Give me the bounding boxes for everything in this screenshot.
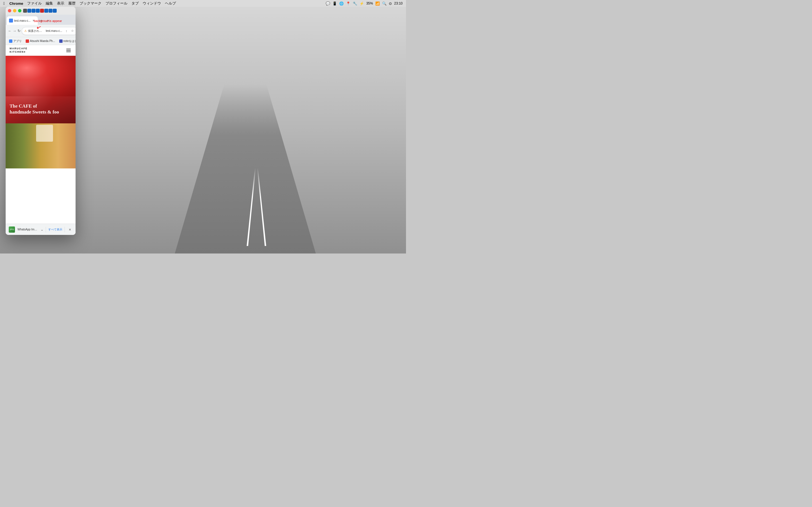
title-bar [6,7,75,15]
tab-dropdown-button[interactable]: ▾ [45,17,51,24]
note-favicon [59,40,63,43]
download-file-icon: JPG [8,226,15,233]
menubar-app-name: Chrome [9,1,23,6]
site-header: MARUCAFE KITCHEN● [6,45,75,56]
share-button[interactable]: ↑ [63,28,69,34]
menubar-right: 💬 📱 🌐 📍 🔧 ⚡ 35% 📶 🔍 ⊙ 23:10 [326,1,403,6]
address-input-wrap[interactable]: ⚠ 保護されてい test.maru-c... ↑ ☆ [22,27,75,35]
tab-favicon-7[interactable] [49,9,52,13]
maeda-label: Atsushi Maeda Ph... [30,40,55,43]
line-icon[interactable]: 💬 [326,1,330,6]
battery-level: 35% [366,1,373,5]
bookmark-button[interactable]: ☆ [70,28,75,34]
active-tab-favicon [9,18,13,22]
logo-line2: KITCHEN● [10,50,28,54]
menubar:  Chrome ファイル 編集 表示 履歴 ブックマーク プロフィール タブ … [0,0,406,7]
bookmark-apps[interactable]: アプリ [8,39,23,44]
site-logo: MARUCAFE KITCHEN● [10,47,28,54]
minimize-button[interactable] [13,9,16,12]
tab-favicon-4[interactable] [36,9,40,13]
weibo-icon[interactable]: 📱 [333,1,337,6]
menubar-left:  Chrome ファイル 編集 表示 履歴 ブックマーク プロフィール タブ … [3,1,176,6]
download-thumbnail: JPG [9,226,15,233]
reload-button[interactable]: ↻ [17,27,20,34]
menubar-file[interactable]: ファイル [27,1,42,6]
tab-favicon-3[interactable] [32,9,36,13]
tab-bar: test.maru-c... ✕ + ▾ [6,15,75,25]
tab-close-button[interactable]: ✕ [32,18,36,22]
hamburger-line-3 [66,52,71,52]
tab-favicon-8[interactable] [53,9,57,13]
website-content: MARUCAFE KITCHEN● The CAFE of handmade S… [6,45,75,235]
tab-favicon-2[interactable] [28,9,31,13]
bluetooth-icon[interactable]: ⚡ [359,1,364,6]
address-url: test.maru-c... [46,29,62,33]
menubar-history[interactable]: 履歴 [68,1,75,6]
apps-label: アプリ [13,39,22,43]
search-icon[interactable]: 🔍 [382,1,387,6]
bookmarks-bar: アプリ Atsushi Maeda Ph... noteをはじめまし... » [6,37,75,45]
menubar-window[interactable]: ウィンドウ [143,1,161,6]
hero-image: The CAFE of handmade Sweets & foo [6,56,75,123]
hero-title-line2: handmade Sweets & foo [10,109,71,115]
active-tab[interactable]: test.maru-c... ✕ [7,16,38,25]
address-bar: ← → ↻ ⚠ 保護されてい test.maru-c... ↑ ☆ ⊞ 🌐 ⋮ [6,25,75,37]
apps-favicon [9,40,12,43]
tab-favicon-6[interactable] [44,9,48,13]
address-actions: ↑ ☆ [63,28,75,34]
logo-line1: MARUCAFE [10,47,28,50]
wifi-icon[interactable]: 📶 [375,1,380,6]
menubar-edit[interactable]: 編集 [46,1,53,6]
note-label: noteをはじめまし... [63,39,76,43]
address-security-label: 保護されてい [28,29,45,33]
forward-button[interactable]: → [13,27,16,34]
menubar-profiles[interactable]: プロフィール [105,1,128,6]
hamburger-line-2 [66,50,71,51]
hero-text: The CAFE of handmade Sweets & foo [10,103,71,115]
menubar-tabs[interactable]: タブ [132,1,139,6]
download-filename: WhatsApp Imag....jpeg [17,228,38,231]
active-tab-label: test.maru-c... [14,19,31,22]
download-divider-2 [64,227,65,232]
apple-logo-icon[interactable]:  [3,1,5,6]
back-button[interactable]: ← [8,27,11,34]
download-bar-close-button[interactable]: × [67,227,73,232]
hero-title-line1: The CAFE of [10,103,71,109]
download-bar: JPG WhatsApp Imag....jpeg ⌄ すべて表示 × [6,224,75,235]
download-expand-icon[interactable]: ⌄ [41,228,43,231]
menubar-view[interactable]: 表示 [57,1,64,6]
download-divider [46,227,46,232]
findmy-icon[interactable]: 📍 [346,1,350,6]
addon-icon[interactable]: 🔧 [353,1,357,6]
secondary-images [6,123,75,168]
menubar-bookmarks[interactable]: ブックマーク [80,1,101,6]
hamburger-line-1 [66,49,71,49]
bookmark-maeda[interactable]: Atsushi Maeda Ph... [24,39,56,43]
new-tab-button[interactable]: + [38,17,45,24]
safari-icon[interactable]: 🌐 [339,1,344,6]
hamburger-menu-button[interactable] [65,47,71,54]
show-all-downloads-button[interactable]: すべて表示 [48,228,62,231]
security-warning-icon: ⚠ [24,29,27,33]
clock: 23:10 [394,1,403,5]
tab-favicon-5[interactable] [40,9,44,13]
maximize-button[interactable] [18,9,21,12]
browser-window: test.maru-c... ✕ + ▾ ← → ↻ ⚠ 保護されてい test… [6,7,75,235]
maeda-favicon [26,40,29,43]
tab-overflow-area [23,9,73,13]
bookmark-note[interactable]: noteをはじめまし... [58,39,76,44]
controlcenter-icon[interactable]: ⊙ [389,1,392,6]
close-button[interactable] [8,9,11,12]
tab-favicon-1[interactable] [23,9,27,13]
menubar-help[interactable]: ヘルプ [165,1,176,6]
